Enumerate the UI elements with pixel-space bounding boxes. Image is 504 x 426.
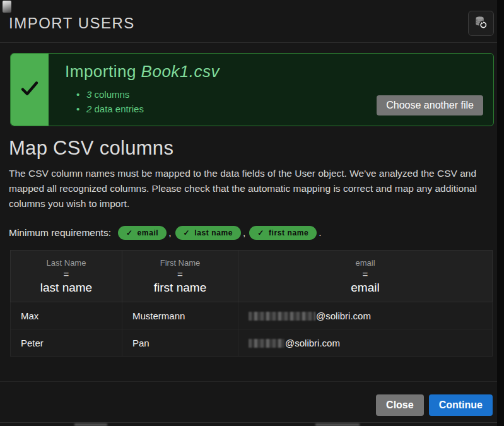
import-users-dialog: IMPORT USERS: [0, 0, 504, 426]
page-title: IMPORT USERS: [9, 15, 135, 32]
cell-first-name: Pan: [122, 329, 238, 357]
import-success-banner: Importing Book1.csv 3 columns 2 data ent…: [10, 53, 494, 126]
equals-sign: =: [122, 269, 238, 280]
requirement-badge-email: ✓ email: [118, 226, 167, 240]
table-row: Peter Pan @solibri.com: [11, 329, 493, 357]
column-mapping-first-name[interactable]: First Name = first name: [122, 251, 238, 302]
table-row: Max Mustermann @solibri.com: [11, 302, 493, 329]
requirement-badge-last-name: ✓ last name: [175, 226, 241, 240]
check-icon: ✓: [184, 228, 190, 237]
email-domain: @solibri.com: [316, 311, 371, 321]
close-button[interactable]: Close: [376, 394, 424, 416]
obscured-background-text: [74, 423, 107, 426]
mapping-table: Last Name = last name First Name = first…: [10, 250, 493, 357]
column-mapping-email[interactable]: email = email: [238, 251, 493, 302]
database-sync-icon: [474, 15, 488, 32]
separator: ,: [168, 227, 171, 239]
banner-title: Importing Book1.csv: [65, 62, 220, 81]
continue-button[interactable]: Continue: [429, 394, 493, 416]
requirements-label: Minimum requirements:: [9, 227, 111, 239]
header-divider: [0, 42, 504, 43]
dialog-footer: Close Continue: [0, 382, 504, 416]
column-mapping-last-name[interactable]: Last Name = last name: [11, 251, 122, 302]
requirement-badge-label: last name: [194, 228, 233, 237]
check-icon: ✓: [126, 228, 133, 237]
csv-column-name: email: [238, 258, 492, 268]
dialog-header: IMPORT USERS: [0, 0, 504, 42]
csv-column-name: Last Name: [11, 258, 122, 268]
check-icon: ✓: [257, 228, 264, 237]
file-name: Book1.csv: [141, 62, 220, 81]
window-right-edge: [497, 0, 504, 426]
requirement-badge-label: email: [138, 228, 159, 237]
redacted-email-prefix: [249, 312, 315, 321]
choose-another-file-button[interactable]: Choose another file: [377, 95, 483, 115]
redacted-email-prefix: [249, 339, 284, 348]
mapped-field-name: first name: [122, 281, 238, 295]
requirement-badge-label: first name: [269, 228, 308, 237]
csv-column-name: First Name: [122, 258, 238, 268]
cell-first-name: Mustermann: [122, 302, 238, 329]
mapped-field-name: email: [238, 281, 492, 295]
requirement-badge-first-name: ✓ first name: [249, 226, 317, 240]
reload-users-button[interactable]: [468, 11, 494, 36]
minimum-requirements: Minimum requirements: ✓ email , ✓ last n…: [9, 226, 494, 240]
banner-body: Importing Book1.csv 3 columns 2 data ent…: [49, 54, 220, 126]
mapped-field-name: last name: [11, 281, 122, 295]
window-icon: [3, 1, 11, 13]
section-heading: Map CSV columns: [9, 137, 494, 160]
mapping-header-row: Last Name = last name First Name = first…: [11, 251, 493, 302]
stat-entries: 2 data entries: [65, 102, 220, 116]
equals-sign: =: [11, 269, 122, 280]
cell-email: @solibri.com: [238, 302, 493, 329]
separator: ,: [243, 227, 245, 239]
banner-title-prefix: Importing: [65, 62, 141, 81]
cell-last-name: Peter: [11, 329, 122, 357]
email-domain: @solibri.com: [285, 338, 340, 348]
success-check-block: [11, 54, 49, 126]
cell-last-name: Max: [11, 302, 122, 329]
equals-sign: =: [238, 269, 492, 280]
terminator: .: [319, 227, 321, 239]
obscured-background-text: [315, 423, 360, 426]
cell-email: @solibri.com: [238, 329, 493, 357]
background-page-divider: [0, 422, 497, 423]
mapping-description: The CSV column names must be mapped to t…: [9, 166, 493, 211]
stat-columns: 3 columns: [65, 87, 220, 102]
import-stats-list: 3 columns 2 data entries: [65, 87, 220, 116]
check-icon: [18, 76, 42, 103]
